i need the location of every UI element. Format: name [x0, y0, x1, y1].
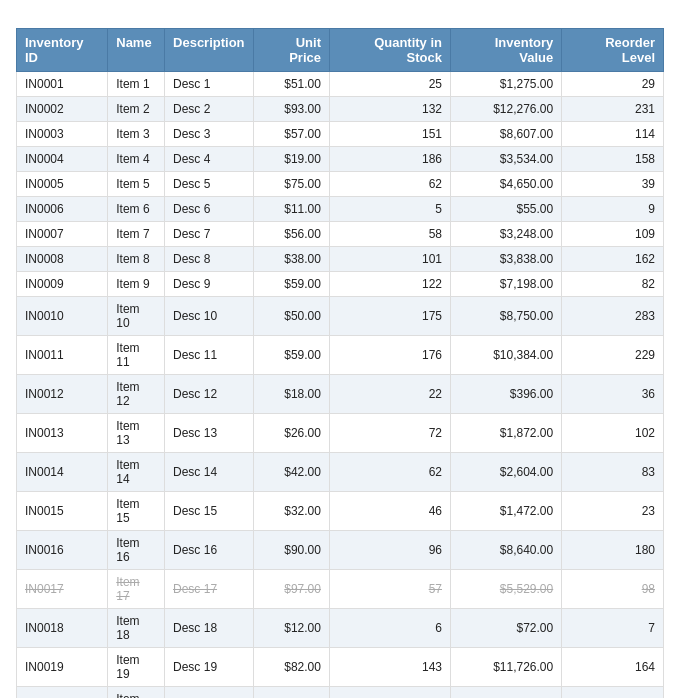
table-row: IN0013Item 13Desc 13$26.0072$1,872.00102 [17, 414, 664, 453]
col-header-id: Inventory ID [17, 29, 108, 72]
table-row: IN0004Item 4Desc 4$19.00186$3,534.00158 [17, 147, 664, 172]
table-row: IN0018Item 18Desc 18$12.006$72.007 [17, 609, 664, 648]
table-row: IN0005Item 5Desc 5$75.0062$4,650.0039 [17, 172, 664, 197]
table-row: IN0010Item 10Desc 10$50.00175$8,750.0028… [17, 297, 664, 336]
col-header-price: Unit Price [253, 29, 329, 72]
table-row: IN0012Item 12Desc 12$18.0022$396.0036 [17, 375, 664, 414]
inventory-table: Inventory ID Name Description Unit Price… [16, 28, 664, 698]
table-row: IN0016Item 16Desc 16$90.0096$8,640.00180 [17, 531, 664, 570]
table-row: IN0019Item 19Desc 19$82.00143$11,726.001… [17, 648, 664, 687]
table-row: IN0014Item 14Desc 14$42.0062$2,604.0083 [17, 453, 664, 492]
table-row: IN0011Item 11Desc 11$59.00176$10,384.002… [17, 336, 664, 375]
col-header-qty: Quantity in Stock [329, 29, 450, 72]
table-row: IN0002Item 2Desc 2$93.00132$12,276.00231 [17, 97, 664, 122]
table-row: IN0001Item 1Desc 1$51.0025$1,275.0029 [17, 72, 664, 97]
table-row: IN0008Item 8Desc 8$38.00101$3,838.00162 [17, 247, 664, 272]
table-row: IN0015Item 15Desc 15$32.0046$1,472.0023 [17, 492, 664, 531]
table-row: IN0003Item 3Desc 3$57.00151$8,607.00114 [17, 122, 664, 147]
col-header-name: Name [108, 29, 165, 72]
table-row: IN0006Item 6Desc 6$11.005$55.009 [17, 197, 664, 222]
table-header-row: Inventory ID Name Description Unit Price… [17, 29, 664, 72]
table-row: IN0020Item 20Desc 20$16.00124$1,984.0011… [17, 687, 664, 699]
col-header-value: Inventory Value [451, 29, 562, 72]
col-header-desc: Description [165, 29, 254, 72]
table-row: IN0007Item 7Desc 7$56.0058$3,248.00109 [17, 222, 664, 247]
table-row: IN0009Item 9Desc 9$59.00122$7,198.0082 [17, 272, 664, 297]
table-row: IN0017Item 17Desc 17$97.0057$5,529.0098 [17, 570, 664, 609]
col-header-reorder: Reorder Level [562, 29, 664, 72]
